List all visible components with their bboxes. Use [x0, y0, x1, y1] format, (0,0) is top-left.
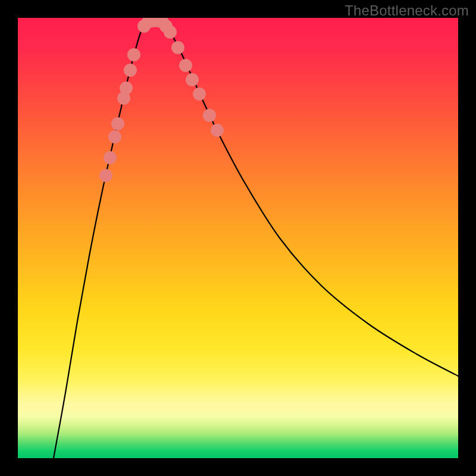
marker-left-6 [124, 64, 137, 77]
markers-layer [18, 18, 458, 458]
marker-right-7 [211, 124, 224, 137]
marker-right-6 [203, 109, 216, 122]
marker-left-2 [108, 130, 121, 143]
marker-left-3 [111, 117, 124, 130]
marker-right-3 [179, 59, 192, 72]
marker-left-7 [127, 48, 140, 61]
marker-right-2 [171, 41, 184, 54]
marker-left-0 [99, 169, 112, 182]
marker-left-5 [120, 82, 133, 95]
marker-right-5 [193, 87, 206, 101]
watermark-text: TheBottleneck.com [345, 2, 469, 19]
marker-right-4 [186, 73, 199, 86]
chart-frame: TheBottleneck.com [0, 0, 476, 476]
marker-left-1 [104, 151, 117, 164]
plot-area [18, 18, 458, 458]
